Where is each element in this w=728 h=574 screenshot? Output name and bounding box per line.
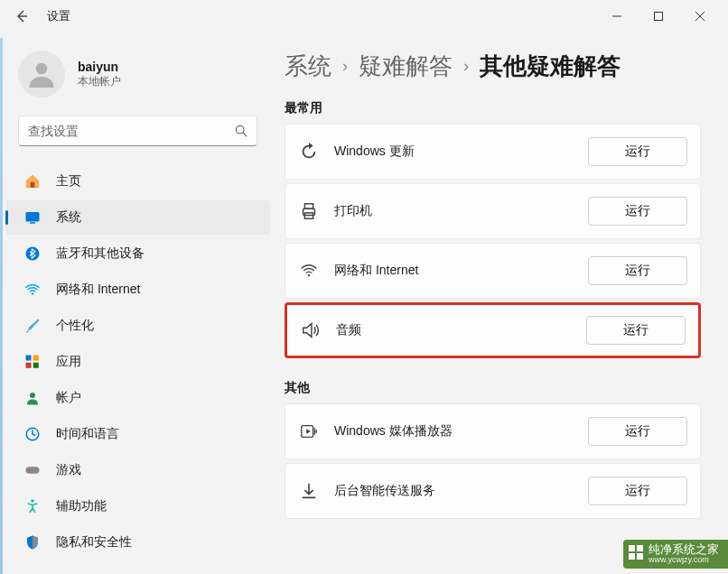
- sidebar-item-label: 蓝牙和其他设备: [56, 245, 145, 262]
- sidebar-item-label: 帐户: [56, 390, 81, 406]
- sidebar-item-label: 个性化: [56, 318, 94, 334]
- wifi-icon: [23, 281, 42, 299]
- close-icon: [695, 12, 705, 21]
- sidebar-item-label: 应用: [56, 354, 81, 370]
- svg-rect-4: [26, 212, 40, 222]
- media-icon: [298, 421, 320, 442]
- troubleshooter-label: 打印机: [334, 203, 574, 219]
- watermark-url: www.ycwjzy.com: [649, 556, 719, 565]
- breadcrumb: 系统 › 疑难解答 › 其他疑难解答: [285, 51, 701, 82]
- game-icon: [23, 461, 42, 479]
- minimize-button[interactable]: [596, 3, 638, 30]
- window-edge-accent: [0, 38, 3, 574]
- sidebar-item-gaming[interactable]: 游戏: [5, 453, 270, 487]
- svg-rect-24: [629, 545, 635, 551]
- svg-rect-10: [26, 363, 32, 368]
- svg-point-2: [236, 125, 244, 134]
- search-icon: [235, 125, 247, 137]
- svg-point-1: [36, 63, 48, 75]
- watermark-name: 纯净系统之家: [649, 543, 719, 556]
- troubleshooter-label: 网络和 Internet: [334, 263, 574, 279]
- run-button[interactable]: 运行: [588, 417, 687, 446]
- main-content: 系统 › 疑难解答 › 其他疑难解答 最常用 Windows 更新 运行 打印机…: [275, 32, 728, 574]
- accessibility-icon: [23, 497, 42, 515]
- svg-rect-3: [31, 182, 35, 188]
- sidebar-item-system[interactable]: 系统: [5, 200, 270, 235]
- search-input[interactable]: [28, 124, 235, 138]
- sidebar-item-bluetooth[interactable]: 蓝牙和其他设备: [5, 236, 270, 271]
- watermark: 纯净系统之家 www.ycwjzy.com: [623, 540, 728, 569]
- search-box[interactable]: [18, 116, 257, 146]
- clock-icon: [23, 425, 42, 443]
- home-icon: [23, 172, 42, 190]
- troubleshooter-audio: 音频 运行: [285, 302, 701, 358]
- svg-point-12: [30, 393, 35, 398]
- sidebar-item-label: 隐私和安全性: [56, 534, 132, 551]
- svg-rect-5: [30, 222, 35, 224]
- sidebar-item-home[interactable]: 主页: [5, 164, 270, 199]
- svg-point-17: [35, 469, 37, 471]
- run-button[interactable]: 运行: [588, 256, 687, 285]
- troubleshooter-label: Windows 更新: [334, 144, 574, 160]
- printer-icon: [298, 200, 320, 222]
- svg-rect-8: [26, 356, 32, 361]
- chevron-right-icon: ›: [342, 57, 348, 76]
- troubleshooter-media-player: Windows 媒体播放器 运行: [285, 403, 701, 459]
- minimize-icon: [612, 12, 621, 21]
- close-button[interactable]: [679, 3, 721, 30]
- sidebar-item-label: 主页: [56, 173, 81, 190]
- sidebar-item-personalization[interactable]: 个性化: [5, 309, 270, 343]
- back-button[interactable]: [7, 2, 36, 31]
- svg-rect-15: [26, 467, 40, 474]
- maximize-icon: [654, 12, 663, 21]
- svg-rect-9: [33, 356, 39, 361]
- breadcrumb-system[interactable]: 系统: [285, 51, 331, 82]
- run-button[interactable]: 运行: [588, 137, 687, 166]
- shield-icon: [23, 533, 42, 551]
- run-button[interactable]: 运行: [588, 477, 687, 505]
- sync-icon: [298, 141, 320, 162]
- avatar-placeholder-icon: [25, 58, 58, 90]
- sidebar-item-apps[interactable]: 应用: [5, 345, 270, 379]
- breadcrumb-troubleshoot[interactable]: 疑难解答: [359, 51, 453, 82]
- sidebar-item-accessibility[interactable]: 辅助功能: [5, 489, 270, 523]
- troubleshooter-network: 网络和 Internet 运行: [285, 243, 701, 299]
- troubleshooter-printer: 打印机 运行: [285, 183, 701, 239]
- sidebar-item-label: 辅助功能: [56, 498, 107, 514]
- svg-rect-26: [629, 553, 635, 560]
- brush-icon: [23, 317, 42, 335]
- maximize-button[interactable]: [638, 3, 679, 30]
- svg-point-7: [32, 292, 33, 294]
- download-icon: [298, 480, 320, 502]
- svg-point-18: [31, 499, 34, 503]
- avatar: [18, 51, 65, 97]
- sidebar-item-label: 网络和 Internet: [56, 282, 140, 298]
- nav-list: 主页 系统 蓝牙和其他设备 网络和 Internet 个性化 应用: [0, 159, 275, 560]
- window-title: 设置: [47, 8, 70, 24]
- apps-icon: [23, 353, 42, 371]
- person-icon: [23, 389, 42, 407]
- system-icon: [23, 208, 42, 227]
- run-button[interactable]: 运行: [586, 316, 686, 345]
- sidebar-item-accounts[interactable]: 帐户: [5, 381, 270, 415]
- sidebar-item-label: 游戏: [56, 462, 81, 478]
- sidebar-item-privacy[interactable]: 隐私和安全性: [5, 525, 270, 560]
- svg-point-16: [28, 469, 30, 471]
- back-arrow-icon: [14, 9, 29, 23]
- user-account-type: 本地帐户: [78, 74, 121, 89]
- troubleshooter-label: 后台智能传送服务: [334, 483, 574, 499]
- section-other-label: 其他: [285, 380, 701, 396]
- wifi-icon: [298, 260, 320, 282]
- breadcrumb-current: 其他疑难解答: [480, 51, 621, 82]
- title-bar: 设置: [0, 0, 728, 32]
- run-button[interactable]: 运行: [588, 197, 687, 226]
- sidebar-item-label: 系统: [56, 209, 81, 226]
- svg-rect-27: [637, 553, 643, 560]
- user-section[interactable]: baiyun 本地帐户: [0, 40, 275, 116]
- sidebar-item-time-language[interactable]: 时间和语言: [5, 417, 270, 451]
- bluetooth-icon: [23, 245, 42, 263]
- sidebar-item-network[interactable]: 网络和 Internet: [5, 273, 270, 307]
- chevron-right-icon: ›: [463, 57, 469, 76]
- svg-rect-11: [33, 363, 39, 368]
- svg-rect-0: [655, 13, 663, 21]
